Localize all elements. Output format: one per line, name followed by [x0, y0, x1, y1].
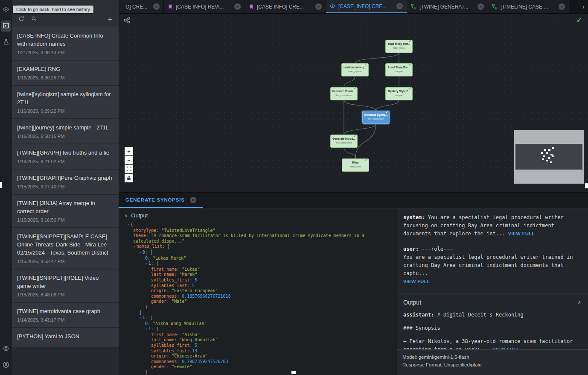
tab-close-icon[interactable]: ×: [315, 3, 322, 10]
view-full-link[interactable]: VIEW FULL: [508, 231, 535, 236]
tab-close-icon[interactable]: ×: [234, 3, 241, 10]
prompt-list-item[interactable]: [PYTHON] Yaml to JSON: [12, 328, 119, 347]
json-key: commonness: [151, 359, 177, 364]
tab-overflow-chevron[interactable]: ›: [579, 0, 588, 13]
json-value: {: [156, 326, 159, 331]
json-value: "Male": [172, 299, 187, 304]
graph-node-llm_completion[interactable]: ✓Generate Comm...llm_completion: [330, 87, 358, 100]
json-value: [: [167, 244, 170, 249]
add-prompt-button[interactable]: +: [108, 15, 112, 23]
prompt-list-item[interactable]: [CASE INFO] Create Common Info with rand…: [12, 27, 119, 60]
search-button[interactable]: [31, 16, 37, 23]
collapse-toggle-icon[interactable]: ▾: [127, 223, 129, 227]
prompt-list-item[interactable]: [TWINE][SNIPPET][ROLE] Video game writer…: [12, 270, 119, 302]
assistant-message: assistant: # Digital Deceit's Reckoning …: [403, 311, 582, 349]
check-icon: ✓: [353, 87, 356, 91]
user-role-label: user:: [403, 246, 419, 252]
collapse-toggle-icon[interactable]: ▾: [133, 245, 135, 249]
panel-tab-generate-synopsis[interactable]: GENERATE SYNOPSIS ×: [119, 193, 203, 208]
json-key: gender: [151, 299, 166, 304]
sidebar-toolbar: +: [12, 11, 119, 27]
output-json-pane[interactable]: ∨ Output ▾{storyType: "TwistedLoveTriang…: [119, 208, 397, 375]
panel-resize-handle[interactable]: [291, 371, 296, 374]
graph-node-llm_completion[interactable]: ✓Generate Introd...llm_completion: [330, 135, 358, 148]
prompts-panel-button[interactable]: [1, 21, 11, 32]
refresh-button[interactable]: [18, 16, 24, 23]
sidebar-resize-handle[interactable]: [0, 182, 2, 188]
zoom-out-button[interactable]: −: [125, 156, 133, 164]
tab-timeline-case[interactable]: [TIMELINE] CASE ...×: [488, 0, 569, 13]
tab-case-info-cre[interactable]: [CASE_INFO] CRE...×: [326, 0, 407, 13]
graph-node-snippet[interactable]: ✓Mystery Style F...snippet: [385, 87, 413, 100]
check-icon: ✓: [408, 63, 411, 67]
tab-bar: O] CRE...×[CASE INFO] REVI...×[CASE INFO…: [119, 0, 588, 14]
fit-view-button[interactable]: [125, 165, 133, 173]
prompt-title: [EXAMPLE] RNG: [17, 65, 114, 73]
graph-node-llm_completion[interactable]: ✓Generate Synop...llm_completion: [362, 111, 390, 124]
json-line: 0: "Lukas Marek": [127, 256, 393, 261]
minimap-node-marker: [548, 149, 550, 151]
json-line: }: [127, 370, 393, 375]
tab-twine-generat[interactable]: [TWINE] GENERAT...×: [407, 0, 488, 13]
prompt-title: [TWINE][SNIPPET][SAMPLE CASE] Online Thr…: [17, 232, 114, 257]
json-key: first_name: [151, 332, 177, 337]
prompt-list-item[interactable]: [twine][syllogism] sample syllogism for …: [12, 86, 119, 118]
tab-close-icon[interactable]: ×: [559, 3, 565, 10]
json-value: {: [131, 222, 133, 227]
prompt-title: [twine][journey] simple sample - 2T1L: [17, 123, 114, 132]
output-section-header[interactable]: ∨ Output: [119, 208, 397, 221]
workflow-icon: [411, 4, 416, 9]
tab-o-cre[interactable]: O] CRE...×: [119, 0, 164, 13]
json-value: {: [156, 261, 159, 266]
prompt-list-item[interactable]: [TWINE][GRAPH} two truths and a lie1/16/…: [12, 144, 119, 169]
fit-view-icon: [127, 167, 131, 172]
minimap[interactable]: [514, 130, 584, 184]
prompt-list-item[interactable]: [TWINE][SNIPPET][SAMPLE CASE] Online Thr…: [12, 228, 119, 269]
collapse-toggle-icon[interactable]: ▾: [139, 316, 141, 320]
lock-button[interactable]: [125, 174, 133, 182]
tab-case-info-cre[interactable]: [CASE INFO] CRE...×: [245, 0, 326, 13]
prompt-list-item[interactable]: [TWINE] metroidvania case graph1/14/2025…: [12, 303, 119, 327]
tab-label: [CASE_INFO] CRE...: [338, 3, 393, 9]
prompt-list[interactable]: [CASE INFO] Create Common Info with rand…: [12, 27, 119, 375]
json-key: origin: [151, 354, 166, 358]
right-output-header[interactable]: Output ∧: [403, 293, 582, 311]
prompt-list-item[interactable]: [TWINE] [JINJA] Array merge in correct o…: [12, 195, 119, 227]
graph-node-snippet[interactable]: ✓Load Story For...snippet: [385, 63, 413, 76]
graph-node-state_filter[interactable]: ✓Filterstate_filter: [342, 158, 369, 172]
collapse-toggle-icon[interactable]: ▾: [145, 262, 147, 266]
settings-gear-button[interactable]: [1, 343, 11, 354]
synopsis-heading: ### Synopsis: [403, 324, 582, 332]
account-button[interactable]: [1, 360, 11, 371]
flask-icon-button[interactable]: [1, 37, 11, 48]
node-subtype: snippet: [386, 70, 412, 73]
prompt-list-item[interactable]: [EXAMPLE] RNG1/16/2025, 8:30:25 PM: [12, 61, 119, 85]
view-full-link[interactable]: VIEW FULL: [403, 279, 430, 284]
tab-close-icon[interactable]: ×: [477, 3, 484, 10]
minimap-node-marker: [546, 160, 548, 161]
eye-icon-button[interactable]: [1, 4, 11, 15]
prompt-list-item[interactable]: [TWINE][GRAPH]Pure Graphviz graph1/15/20…: [12, 170, 119, 194]
minimap-node-marker: [550, 161, 552, 163]
prompt-list-item[interactable]: [twine][journey] simple sample - 2T1L1/1…: [12, 119, 119, 144]
tab-close-icon[interactable]: ×: [153, 3, 160, 10]
right-resize-handle[interactable]: [585, 183, 588, 188]
json-key: commonness: [151, 294, 177, 299]
messages-scroll[interactable]: system: You are a specialist legal proce…: [397, 208, 588, 349]
collapse-toggle-icon[interactable]: ▾: [145, 327, 147, 331]
tab-label: [CASE INFO] REVI...: [176, 4, 231, 10]
json-value: "Lukas": [182, 267, 200, 272]
json-line: last_name: "Marek": [127, 272, 393, 278]
bookmark-icon: [168, 4, 173, 9]
tab-close-icon[interactable]: ×: [396, 3, 403, 9]
zoom-in-button[interactable]: +: [125, 147, 133, 155]
graph-canvas[interactable]: ✓ ✓state mkey stor...state_mkey✓random n…: [119, 14, 588, 192]
check-icon: ✓: [364, 63, 367, 67]
response-format-info: Response Format: Unspecified/plain: [402, 361, 583, 369]
graph-node-exec_python[interactable]: ✓random name g...exec_python: [341, 63, 369, 76]
app-root: Prompts + [CASE INFO] Create Common Info…: [0, 0, 588, 375]
tab-case-info-revi[interactable]: [CASE INFO] REVI...×: [164, 0, 245, 13]
graph-node-state_mkey[interactable]: ✓state mkey stor...state_mkey: [385, 40, 413, 53]
collapse-toggle-icon[interactable]: ▾: [139, 251, 141, 255]
panel-tab-close-icon[interactable]: ×: [190, 197, 196, 203]
